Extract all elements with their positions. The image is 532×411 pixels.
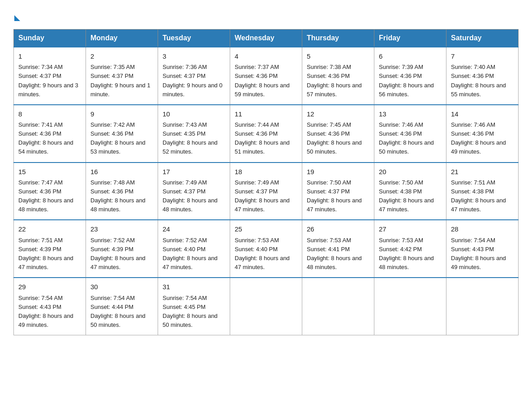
day-number: 9 [90,109,153,119]
daylight-text: Daylight: 8 hours and 56 minutes. [379,82,434,98]
logo [13,13,20,21]
sunrise-text: Sunrise: 7:53 AM [235,237,279,244]
daylight-text: Daylight: 8 hours and 52 minutes. [163,139,218,155]
day-number: 23 [90,224,153,234]
day-number: 28 [451,224,514,234]
header-day-tuesday: Tuesday [158,30,230,47]
day-number: 20 [379,167,442,177]
sunset-text: Sunset: 4:44 PM [90,304,133,310]
sunset-text: Sunset: 4:36 PM [235,73,278,79]
sunset-text: Sunset: 4:36 PM [307,73,350,79]
calendar-cell: 2Sunrise: 7:35 AMSunset: 4:37 PMDaylight… [86,47,158,105]
day-number: 10 [163,109,225,119]
sunrise-text: Sunrise: 7:50 AM [307,179,351,186]
header-day-saturday: Saturday [446,30,519,47]
logo-triangle-icon [14,15,20,21]
calendar-cell: 22Sunrise: 7:51 AMSunset: 4:39 PMDayligh… [14,220,86,278]
day-number: 31 [163,282,225,292]
calendar-cell: 5Sunrise: 7:38 AMSunset: 4:36 PMDaylight… [302,47,374,105]
daylight-text: Daylight: 8 hours and 48 minutes. [163,197,218,213]
calendar-cell: 11Sunrise: 7:44 AMSunset: 4:36 PMDayligh… [230,105,302,163]
daylight-text: Daylight: 8 hours and 48 minutes. [379,255,434,270]
sunset-text: Sunset: 4:38 PM [379,188,422,195]
calendar-cell: 27Sunrise: 7:53 AMSunset: 4:42 PMDayligh… [374,220,446,278]
calendar-cell: 26Sunrise: 7:53 AMSunset: 4:41 PMDayligh… [302,220,374,278]
calendar-cell: 31Sunrise: 7:54 AMSunset: 4:45 PMDayligh… [158,278,230,335]
day-number: 16 [90,167,153,177]
sunrise-text: Sunrise: 7:54 AM [163,295,207,301]
daylight-text: Daylight: 8 hours and 47 minutes. [90,255,146,270]
sunrise-text: Sunrise: 7:53 AM [307,237,351,244]
calendar-table: SundayMondayTuesdayWednesdayThursdayFrid… [13,29,519,335]
sunset-text: Sunset: 4:36 PM [379,130,422,137]
calendar-cell: 30Sunrise: 7:54 AMSunset: 4:44 PMDayligh… [86,278,158,335]
calendar-cell: 21Sunrise: 7:51 AMSunset: 4:38 PMDayligh… [446,163,519,220]
day-number: 27 [379,224,442,234]
sunrise-text: Sunrise: 7:47 AM [18,179,63,186]
day-number: 5 [307,51,369,61]
sunrise-text: Sunrise: 7:48 AM [90,179,135,186]
day-number: 4 [235,51,297,61]
calendar-cell: 25Sunrise: 7:53 AMSunset: 4:40 PMDayligh… [230,220,302,278]
calendar-week-row: 15Sunrise: 7:47 AMSunset: 4:36 PMDayligh… [14,163,519,220]
calendar-cell: 16Sunrise: 7:48 AMSunset: 4:36 PMDayligh… [86,163,158,220]
calendar-cell: 19Sunrise: 7:50 AMSunset: 4:37 PMDayligh… [302,163,374,220]
sunrise-text: Sunrise: 7:46 AM [379,121,423,128]
sunrise-text: Sunrise: 7:51 AM [18,237,63,244]
calendar-cell: 8Sunrise: 7:41 AMSunset: 4:36 PMDaylight… [14,105,86,163]
sunrise-text: Sunrise: 7:49 AM [235,179,279,186]
calendar-cell: 24Sunrise: 7:52 AMSunset: 4:40 PMDayligh… [158,220,230,278]
daylight-text: Daylight: 8 hours and 47 minutes. [18,255,73,270]
sunrise-text: Sunrise: 7:52 AM [90,237,135,244]
day-number: 30 [90,282,153,292]
sunrise-text: Sunrise: 7:37 AM [235,64,279,70]
calendar-cell: 13Sunrise: 7:46 AMSunset: 4:36 PMDayligh… [374,105,446,163]
sunrise-text: Sunrise: 7:40 AM [451,64,495,70]
calendar-week-row: 22Sunrise: 7:51 AMSunset: 4:39 PMDayligh… [14,220,519,278]
calendar-cell: 14Sunrise: 7:46 AMSunset: 4:36 PMDayligh… [446,105,519,163]
calendar-cell: 28Sunrise: 7:54 AMSunset: 4:43 PMDayligh… [446,220,519,278]
daylight-text: Daylight: 8 hours and 49 minutes. [451,139,506,155]
sunrise-text: Sunrise: 7:54 AM [18,295,63,301]
calendar-cell: 4Sunrise: 7:37 AMSunset: 4:36 PMDaylight… [230,47,302,105]
calendar-cell: 9Sunrise: 7:42 AMSunset: 4:36 PMDaylight… [86,105,158,163]
day-number: 14 [451,109,514,119]
daylight-text: Daylight: 8 hours and 50 minutes. [90,313,146,328]
daylight-text: Daylight: 8 hours and 50 minutes. [163,313,218,328]
sunset-text: Sunset: 4:36 PM [18,188,61,195]
day-number: 25 [235,224,297,234]
sunrise-text: Sunrise: 7:54 AM [451,237,495,244]
sunset-text: Sunset: 4:42 PM [379,246,422,253]
sunset-text: Sunset: 4:39 PM [18,246,61,253]
daylight-text: Daylight: 9 hours and 0 minutes. [163,82,223,98]
daylight-text: Daylight: 8 hours and 49 minutes. [18,313,73,328]
sunset-text: Sunset: 4:37 PM [18,73,61,79]
sunrise-text: Sunrise: 7:36 AM [163,64,207,70]
daylight-text: Daylight: 8 hours and 47 minutes. [163,255,218,270]
daylight-text: Daylight: 8 hours and 55 minutes. [451,82,506,98]
day-number: 17 [163,167,225,177]
sunrise-text: Sunrise: 7:38 AM [307,64,351,70]
daylight-text: Daylight: 8 hours and 50 minutes. [379,139,434,155]
day-number: 7 [451,51,514,61]
sunset-text: Sunset: 4:45 PM [163,304,206,310]
day-number: 24 [163,224,225,234]
day-number: 21 [451,167,514,177]
sunrise-text: Sunrise: 7:45 AM [307,121,351,128]
calendar-cell: 18Sunrise: 7:49 AMSunset: 4:37 PMDayligh… [230,163,302,220]
sunrise-text: Sunrise: 7:44 AM [235,121,279,128]
header-day-sunday: Sunday [14,30,86,47]
calendar-cell: 29Sunrise: 7:54 AMSunset: 4:43 PMDayligh… [14,278,86,335]
sunset-text: Sunset: 4:37 PM [163,188,206,195]
sunset-text: Sunset: 4:43 PM [451,246,494,253]
calendar-cell: 15Sunrise: 7:47 AMSunset: 4:36 PMDayligh… [14,163,86,220]
calendar-cell: 6Sunrise: 7:39 AMSunset: 4:36 PMDaylight… [374,47,446,105]
sunrise-text: Sunrise: 7:34 AM [18,64,63,70]
calendar-cell [230,278,302,335]
calendar-cell: 17Sunrise: 7:49 AMSunset: 4:37 PMDayligh… [158,163,230,220]
daylight-text: Daylight: 8 hours and 53 minutes. [90,139,146,155]
daylight-text: Daylight: 8 hours and 50 minutes. [307,139,362,155]
calendar-cell: 1Sunrise: 7:34 AMSunset: 4:37 PMDaylight… [14,47,86,105]
sunrise-text: Sunrise: 7:42 AM [90,121,135,128]
day-number: 2 [90,51,153,61]
